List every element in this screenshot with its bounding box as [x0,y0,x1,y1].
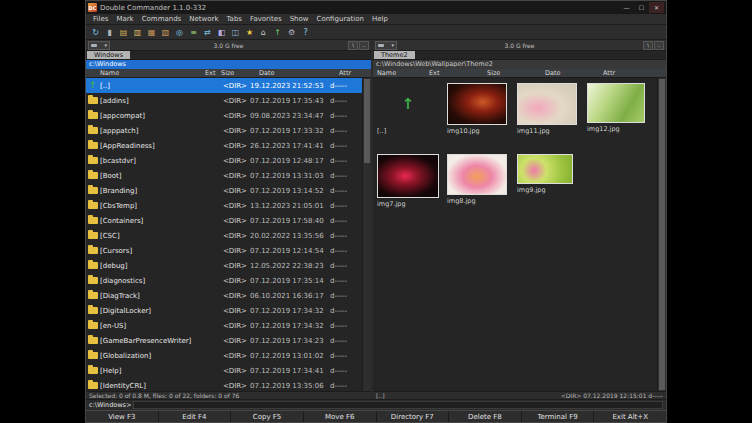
file-row[interactable]: [addins]<DIR>07.12.2019 17:35:43d----- [86,93,362,108]
thumbnail-item[interactable]: img11.jpg [515,81,585,152]
right-drive-selector[interactable]: ▾ [375,41,397,50]
parent-dir-icon[interactable]: ↑ [271,26,284,39]
file-date: 07.12.2019 17:34:23 [250,337,330,345]
settings-icon[interactable]: ⚙ [285,26,298,39]
menu-item-favorites[interactable]: Favorites [246,15,286,23]
menu-item-mark[interactable]: Mark [112,15,137,23]
terminal-icon[interactable]: ▮ [103,26,116,39]
command-input[interactable] [133,401,663,409]
exit-altx-button[interactable]: Exit Alt+X [594,411,666,422]
left-scrollbar-thumb[interactable] [364,79,370,163]
menu-item-show[interactable]: Show [286,15,313,23]
menu-item-commands[interactable]: Commands [138,15,186,23]
file-attr: d----- [330,97,362,105]
move-f6-button[interactable]: Move F6 [304,411,377,422]
file-row[interactable]: [Branding]<DIR>07.12.2019 13:14:52d----- [86,183,362,198]
copy-icon[interactable]: ▤ [117,26,130,39]
right-path-bar[interactable]: c:\Windows\Web\Wallpaper\Theme2 [373,60,666,69]
file-row[interactable]: [en-US]<DIR>07.12.2019 17:34:32d----- [86,318,362,333]
menu-item-configuration[interactable]: Configuration [313,15,368,23]
file-row[interactable]: [appcompat]<DIR>09.08.2023 23:34:47d----… [86,108,362,123]
title-bar[interactable]: DC Double Commander 1.1.0-332 — ☐ ✕ [86,1,666,14]
column-header-name[interactable]: Name [373,69,425,77]
file-size: <DIR> [212,262,250,270]
file-row[interactable]: [CbsTemp]<DIR>13.12.2023 21:05:01d----- [86,198,362,213]
compare-icon[interactable]: ◧ [215,26,228,39]
right-root-dir-button[interactable]: \ [643,41,653,50]
column-header-ext[interactable]: Ext [205,69,221,77]
favorites-icon[interactable]: ★ [243,26,256,39]
tab-windows[interactable]: Windows [87,51,130,59]
pack-icon[interactable]: ▦ [145,26,158,39]
thumbnail-item[interactable]: ↑[..] [375,81,445,152]
file-row[interactable]: [diagnostics]<DIR>07.12.2019 17:35:14d--… [86,273,362,288]
file-row[interactable]: [apppatch]<DIR>07.12.2019 17:33:32d----- [86,123,362,138]
terminal-f9-button[interactable]: Terminal F9 [522,411,595,422]
right-parent-dir-button[interactable]: .. [654,41,664,50]
file-size: <DIR> [212,82,250,90]
file-row[interactable]: [DigitalLocker]<DIR>07.12.2019 17:34:32d… [86,303,362,318]
multi-rename-icon[interactable]: ≡ [187,26,200,39]
search-icon[interactable]: ◎ [173,26,186,39]
folder-icon [88,232,98,239]
view-f3-button[interactable]: View F3 [86,411,159,422]
delete-f8-button[interactable]: Delete F8 [449,411,522,422]
right-pane: ▾ 3.0 G free \ .. Theme2 c:\Windows\Web\… [373,40,666,399]
folder-icon [88,157,98,164]
column-header-size[interactable]: Size [483,69,541,77]
thumbnail-item[interactable]: img8.jpg [445,152,515,223]
right-scrollbar[interactable] [657,78,666,391]
column-header-date[interactable]: Date [259,69,339,77]
file-row[interactable]: [Containers]<DIR>07.12.2019 17:58:40d---… [86,213,362,228]
network-icon[interactable]: ◫ [229,26,242,39]
file-row[interactable]: [IdentityCRL]<DIR>07.12.2019 13:35:06d--… [86,378,362,391]
file-row[interactable]: [DiagTrack]<DIR>06.10.2021 16:36:17d----… [86,288,362,303]
file-row[interactable]: [bcastdvr]<DIR>07.12.2019 12:48:17d----- [86,153,362,168]
tab-theme2[interactable]: Theme2 [374,51,415,59]
home-icon[interactable]: ⌂ [257,26,270,39]
left-path-bar[interactable]: c:\Windows [86,60,371,69]
edit-f4-button[interactable]: Edit F4 [159,411,232,422]
column-header-date[interactable]: Date [541,69,599,77]
column-header-ext[interactable]: Ext [425,69,483,77]
file-attr: d----- [330,247,362,255]
menu-item-tabs[interactable]: Tabs [223,15,247,23]
column-header-attr[interactable]: Attr [339,69,371,77]
file-row[interactable]: [CSC]<DIR>20.02.2022 13:35:56d----- [86,228,362,243]
column-header-size[interactable]: Size [221,69,259,77]
file-row[interactable]: [Cursors]<DIR>07.12.2019 12:14:54d----- [86,243,362,258]
move-icon[interactable]: ▥ [131,26,144,39]
directory-f7-button[interactable]: Directory F7 [377,411,450,422]
column-header-attr[interactable]: Attr [599,69,639,77]
refresh-icon[interactable]: ↻ [89,26,102,39]
close-button[interactable]: ✕ [649,2,664,13]
maximize-button[interactable]: ☐ [634,2,649,13]
right-scrollbar-thumb[interactable] [659,79,665,390]
left-drive-selector[interactable]: ▾ [88,41,110,50]
folder-icon [88,187,98,194]
file-row[interactable]: [GameBarPresenceWriter]<DIR>07.12.2019 1… [86,333,362,348]
help-icon[interactable]: ? [299,26,312,39]
menu-item-files[interactable]: Files [89,15,112,23]
file-row[interactable]: [Boot]<DIR>07.12.2019 13:31:03d----- [86,168,362,183]
file-date: 07.12.2019 13:01:02 [250,352,330,360]
file-row[interactable]: [Help]<DIR>07.12.2019 17:34:41d----- [86,363,362,378]
menu-item-help[interactable]: Help [368,15,392,23]
thumbnail-item[interactable]: img7.jpg [375,152,445,223]
thumbnail-item[interactable]: img12.jpg [585,81,655,152]
file-row[interactable]: [debug]<DIR>12.05.2022 22:38:23d----- [86,258,362,273]
file-row[interactable]: [AppReadiness]<DIR>26.12.2023 17:41:41d-… [86,138,362,153]
menu-item-network[interactable]: Network [185,15,222,23]
minimize-button[interactable]: — [619,2,634,13]
column-header-name[interactable]: Name [100,69,205,77]
copy-f5-button[interactable]: Copy F5 [231,411,304,422]
sync-dirs-icon[interactable]: ⇄ [201,26,214,39]
left-parent-dir-button[interactable]: .. [359,41,369,50]
file-row[interactable]: [Globalization]<DIR>07.12.2019 13:01:02d… [86,348,362,363]
left-root-dir-button[interactable]: \ [348,41,358,50]
thumbnail-item[interactable]: img10.jpg [445,81,515,152]
left-scrollbar[interactable] [362,78,371,391]
thumbnail-item[interactable]: img9.jpg [515,152,585,223]
extract-icon[interactable]: ▧ [159,26,172,39]
file-row[interactable]: ↑[..]<DIR>19.12.2023 21:52:53d----- [86,78,362,93]
